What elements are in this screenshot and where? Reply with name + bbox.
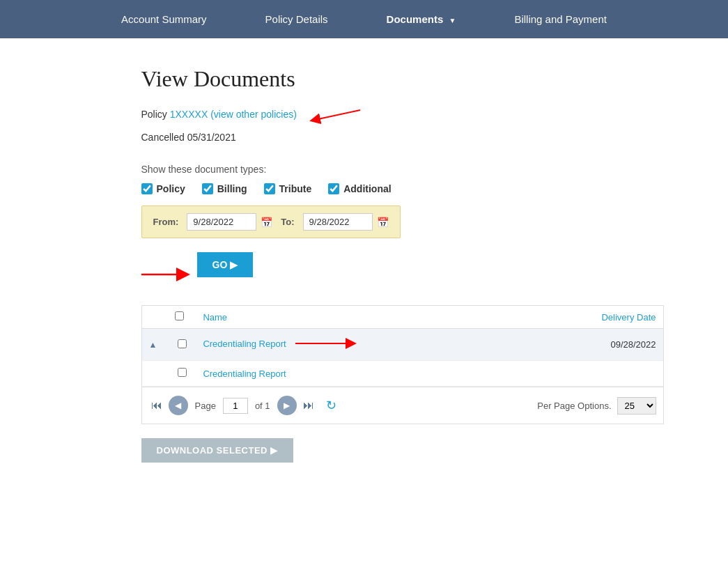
nav-account-summary[interactable]: Account Summary [113,8,215,31]
cancelled-status: Cancelled 05/31/2021 [141,132,664,143]
to-calendar-icon[interactable]: 📅 [377,217,389,228]
col-select-all [168,306,196,329]
policy-annotation-arrow [308,104,364,127]
group-row-checkbox[interactable] [178,339,187,348]
sub-checkbox-cell [168,361,196,387]
checkbox-additional[interactable]: Additional [328,183,391,194]
documents-table-section: Name Delivery Date ▲ Credentialing Repor… [141,305,664,424]
policy-line-wrap: Policy 1XXXXX (view other policies) [141,104,664,127]
to-date-wrap: 📅 [303,213,389,231]
group-delivery-cell: 09/28/2022 [529,329,663,361]
doc-types-label: Show these document types: [141,164,664,175]
col-delivery-header: Delivery Date [529,306,663,329]
svg-line-0 [315,110,360,120]
sub-row-checkbox[interactable] [178,368,187,377]
go-annotation-arrow [141,265,190,286]
from-date-wrap: 📅 [187,213,272,231]
checkbox-additional-input[interactable] [328,183,339,194]
checkbox-policy[interactable]: Policy [141,183,185,194]
sub-expand-cell [142,361,169,387]
to-label: To: [281,217,294,227]
main-content: View Documents Policy 1XXXXX (view other… [51,38,678,490]
select-all-checkbox[interactable] [175,311,184,320]
download-selected-button[interactable]: DOWNLOAD SELECTED ▶ [141,438,293,463]
documents-table: Name Delivery Date ▲ Credentialing Repor… [142,306,663,387]
sub-credentialing-report-link[interactable]: Credentialing Report [203,369,286,379]
main-nav: Account Summary Policy Details Documents… [0,0,728,38]
from-label: From: [153,217,179,227]
from-calendar-icon[interactable]: 📅 [261,217,272,228]
per-page-options: Per Page Options. 10 25 50 100 [537,397,656,415]
first-page-button[interactable]: ⏮ [149,396,164,415]
report-annotation-arrow [295,336,358,353]
prev-page-button[interactable]: ◀ [169,396,188,415]
date-range-bar: From: 📅 To: 📅 [141,206,401,238]
policy-prefix: Policy 1XXXXX (view other policies) [141,109,297,120]
checkbox-billing-input[interactable] [202,183,213,194]
page-number-input[interactable] [223,398,248,414]
sub-name-cell: Credentialing Report [196,361,663,387]
checkbox-policy-input[interactable] [141,183,153,194]
credentialing-report-link[interactable]: Credentialing Report [203,339,286,349]
from-date-input[interactable] [187,213,256,231]
table-sub-row: Credentialing Report [142,361,663,387]
checkbox-tribute-input[interactable] [264,183,275,194]
checkbox-tribute[interactable]: Tribute [264,183,312,194]
last-page-button[interactable]: ⏭ [301,396,316,415]
col-name-header: Name [196,306,528,329]
per-page-label: Per Page Options. [537,401,611,411]
nav-billing-payment[interactable]: Billing and Payment [506,8,615,31]
go-button-row: GO ▶ [141,252,664,298]
collapse-icon[interactable]: ▲ [149,340,157,350]
per-page-select[interactable]: 10 25 50 100 [617,397,656,415]
refresh-icon[interactable]: ↻ [326,398,336,413]
document-type-checkboxes: Policy Billing Tribute Additional [141,183,664,194]
checkbox-billing[interactable]: Billing [202,183,247,194]
go-button[interactable]: GO ▶ [197,252,254,277]
next-page-button[interactable]: ▶ [277,396,297,415]
pagination-controls: ⏮ ◀ Page of 1 ▶ ⏭ ↻ [149,396,336,415]
view-other-policies-link[interactable]: (view other policies) [210,109,297,120]
page-label: Page [195,401,216,411]
documents-dropdown-arrow: ▼ [449,17,456,24]
group-name-cell: Credentialing Report [196,329,528,361]
to-date-input[interactable] [303,213,373,231]
nav-policy-details[interactable]: Policy Details [257,8,336,31]
table-row: ▲ Credentialing Report [142,329,663,361]
pagination-row: ⏮ ◀ Page of 1 ▶ ⏭ ↻ Per Page Options. 10… [142,387,663,424]
nav-documents[interactable]: Documents ▼ [378,8,465,31]
group-checkbox-cell [168,329,196,361]
expand-cell[interactable]: ▲ [142,329,169,361]
of-label: of 1 [255,401,270,411]
page-title: View Documents [141,66,664,92]
col-expand [142,306,169,329]
policy-number-link[interactable]: 1XXXXX [170,109,208,120]
